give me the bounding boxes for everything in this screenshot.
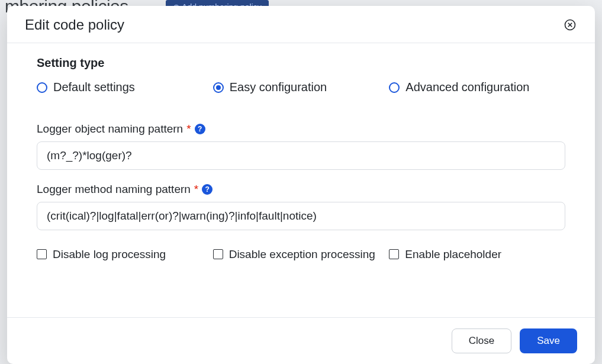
field-label-text: Logger object naming pattern xyxy=(37,123,183,136)
field-label-text: Logger method naming pattern xyxy=(37,183,191,196)
radio-label: Easy configuration xyxy=(230,80,327,94)
setting-type-heading: Setting type xyxy=(37,56,565,70)
checkbox-icon xyxy=(389,249,399,259)
radio-default-settings[interactable]: Default settings xyxy=(37,80,213,94)
modal-title: Edit code policy xyxy=(25,17,124,33)
logger-method-pattern-input[interactable] xyxy=(37,202,565,230)
radio-label: Advanced configuration xyxy=(405,80,529,94)
checkbox-label: Enable placeholder xyxy=(405,247,501,262)
required-asterisk: * xyxy=(186,123,191,136)
logger-object-pattern-label: Logger object naming pattern * ? xyxy=(37,123,565,136)
required-asterisk: * xyxy=(194,183,198,196)
close-button[interactable]: Close xyxy=(452,328,511,353)
checkbox-icon xyxy=(213,249,223,259)
checkbox-enable-placeholder[interactable]: Enable placeholder xyxy=(389,247,565,262)
checkbox-disable-log-processing[interactable]: Disable log processing xyxy=(37,247,213,262)
checkbox-label: Disable log processing xyxy=(53,247,166,262)
modal-header: Edit code policy xyxy=(7,6,595,43)
radio-advanced-configuration[interactable]: Advanced configuration xyxy=(389,80,565,94)
radio-icon xyxy=(389,82,400,93)
radio-icon xyxy=(37,82,47,93)
checkbox-row: Disable log processing Disable exception… xyxy=(37,247,565,262)
help-icon[interactable]: ? xyxy=(202,184,213,195)
checkbox-disable-exception-processing[interactable]: Disable exception processing xyxy=(213,247,389,262)
modal-footer: Close Save xyxy=(7,317,595,364)
checkbox-label: Disable exception processing xyxy=(229,247,375,262)
logger-object-pattern-input[interactable] xyxy=(37,141,565,170)
radio-icon xyxy=(213,82,224,93)
checkbox-icon xyxy=(37,249,47,259)
setting-type-radio-group: Default settings Easy configuration Adva… xyxy=(37,80,565,94)
radio-label: Default settings xyxy=(53,80,135,94)
edit-code-policy-modal: Edit code policy Setting type Default se… xyxy=(7,6,595,364)
save-button[interactable]: Save xyxy=(520,328,577,353)
close-icon[interactable] xyxy=(563,18,577,32)
modal-body: Setting type Default settings Easy confi… xyxy=(7,43,595,317)
logger-method-pattern-label: Logger method naming pattern * ? xyxy=(37,183,565,196)
radio-easy-configuration[interactable]: Easy configuration xyxy=(213,80,389,94)
help-icon[interactable]: ? xyxy=(195,124,205,134)
